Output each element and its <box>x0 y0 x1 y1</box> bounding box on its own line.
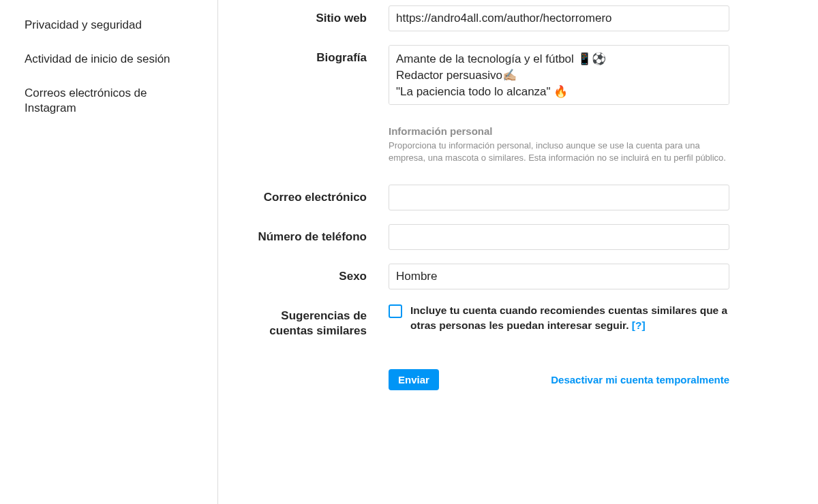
label-website: Sitio web <box>245 5 389 26</box>
row-phone: Número de teléfono <box>245 224 791 250</box>
row-website: Sitio web <box>245 5 791 31</box>
suggestions-checkbox[interactable] <box>389 304 402 318</box>
bio-textarea[interactable] <box>389 45 729 105</box>
personal-info-desc: Proporciona tu información personal, inc… <box>389 140 729 164</box>
personal-info-title: Información personal <box>389 125 729 137</box>
deactivate-account-link[interactable]: Desactivar mi cuenta temporalmente <box>551 374 729 385</box>
label-email: Correo electrónico <box>245 185 389 205</box>
row-personal-info: Información personal Proporciona tu info… <box>245 121 791 171</box>
label-suggestions: Sugerencias de cuentas similares <box>245 303 389 338</box>
suggestions-help-link[interactable]: [?] <box>632 319 646 331</box>
website-input[interactable] <box>389 5 729 31</box>
settings-sidebar: Privacidad y seguridad Actividad de inic… <box>0 0 218 504</box>
row-email: Correo electrónico <box>245 185 791 210</box>
row-bio: Biografía <box>245 45 791 108</box>
settings-container: Privacidad y seguridad Actividad de inic… <box>0 0 818 504</box>
settings-form: Sitio web Biografía Información personal… <box>218 0 818 504</box>
suggestions-text: Incluye tu cuenta cuando recomiendes cue… <box>410 303 729 332</box>
email-input[interactable] <box>389 185 729 210</box>
sidebar-item-login-activity[interactable]: Actividad de inicio de sesión <box>0 42 217 76</box>
sidebar-item-emails[interactable]: Correos electrónicos de Instagram <box>0 76 217 125</box>
label-phone: Número de teléfono <box>245 224 389 245</box>
row-suggestions: Sugerencias de cuentas similares Incluye… <box>245 303 791 338</box>
actions-row: Enviar Desactivar mi cuenta temporalment… <box>245 369 791 390</box>
label-gender: Sexo <box>245 264 389 284</box>
row-gender: Sexo <box>245 264 791 289</box>
sidebar-item-privacy[interactable]: Privacidad y seguridad <box>0 8 217 42</box>
submit-button[interactable]: Enviar <box>389 369 439 390</box>
label-bio: Biografía <box>245 45 389 65</box>
phone-input[interactable] <box>389 224 729 250</box>
gender-input[interactable] <box>389 264 729 289</box>
